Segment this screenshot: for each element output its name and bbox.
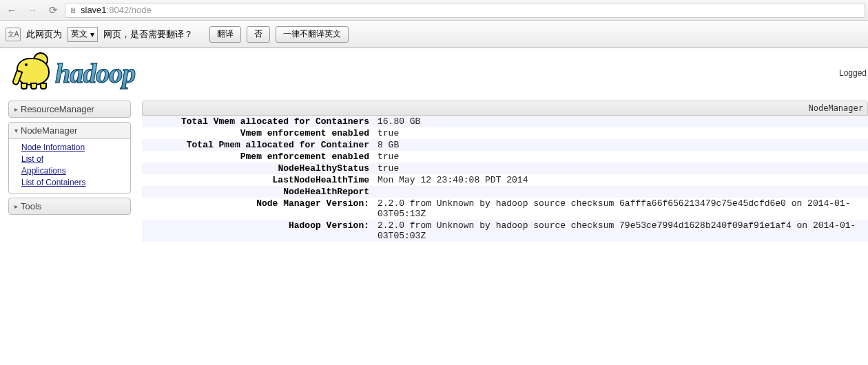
row-value: 2.2.0 from Unknown by hadoop source chec… bbox=[373, 220, 868, 242]
sidebar-label-resourcemanager: ResourceManager bbox=[21, 104, 94, 114]
reload-button[interactable]: ⟳ bbox=[44, 3, 62, 18]
translate-suffix: 网页，是否需要翻译？ bbox=[103, 28, 193, 41]
row-value: Mon May 12 23:40:08 PDT 2014 bbox=[373, 174, 868, 186]
language-selected: 英文 bbox=[71, 28, 87, 40]
row-value bbox=[373, 186, 868, 198]
chevron-down-icon: ▾ bbox=[14, 127, 18, 134]
language-select[interactable]: 英文 ▾ bbox=[68, 27, 98, 42]
sidebar-body-nodemanager: Node Information List of Applications Li… bbox=[9, 138, 130, 193]
sidebar-head-resourcemanager[interactable]: ▸ ResourceManager bbox=[9, 101, 130, 117]
row-value: 2.2.0 from Unknown by hadoop source chec… bbox=[373, 198, 868, 220]
row-label: Hadoop Version: bbox=[142, 220, 373, 242]
row-label: Total Vmem allocated for Containers bbox=[142, 116, 373, 127]
sidebar-group-nodemanager: ▾ NodeManager Node Information List of A… bbox=[8, 122, 131, 194]
elephant-icon bbox=[6, 51, 55, 92]
sidebar-group-resourcemanager[interactable]: ▸ ResourceManager bbox=[8, 101, 131, 118]
translate-button[interactable]: 翻译 bbox=[209, 26, 241, 43]
row-value: 8 GB bbox=[373, 139, 868, 151]
sidebar-label-nodemanager: NodeManager bbox=[21, 125, 77, 136]
sidebar-group-tools[interactable]: ▸ Tools bbox=[8, 198, 131, 215]
panel-title-bar: NodeManager bbox=[142, 101, 868, 116]
row-value: true bbox=[373, 151, 868, 163]
row-label: Vmem enforcement enabled bbox=[142, 127, 373, 139]
node-info-table: Total Vmem allocated for Containers16.80… bbox=[142, 116, 868, 242]
table-row: NodeHealthReport bbox=[142, 186, 868, 198]
table-row: Node Manager Version:2.2.0 from Unknown … bbox=[142, 198, 868, 220]
logo-text: hadoop bbox=[55, 57, 135, 90]
sidebar-head-tools[interactable]: ▸ Tools bbox=[9, 198, 130, 214]
sidebar-label-tools: Tools bbox=[21, 201, 41, 211]
row-value: 16.80 GB bbox=[373, 116, 868, 127]
forward-button[interactable]: → bbox=[23, 3, 41, 18]
table-row: Pmem enforcement enabledtrue bbox=[142, 151, 868, 163]
back-button[interactable]: ← bbox=[3, 3, 21, 18]
translate-prefix: 此网页为 bbox=[26, 28, 62, 41]
url-path: :8042/node bbox=[107, 5, 152, 15]
page-icon: 🗎 bbox=[68, 6, 78, 15]
row-label: Pmem enforcement enabled bbox=[142, 151, 373, 163]
row-label: NodeHealthReport bbox=[142, 186, 373, 198]
table-row: Vmem enforcement enabledtrue bbox=[142, 127, 868, 139]
url-host: slave1 bbox=[81, 5, 107, 15]
row-label: LastNodeHealthTime bbox=[142, 174, 373, 186]
chevron-right-icon: ▸ bbox=[14, 105, 18, 113]
logged-label: Logged bbox=[839, 65, 868, 78]
table-row: Hadoop Version:2.2.0 from Unknown by had… bbox=[142, 220, 868, 242]
link-node-information[interactable]: Node Information bbox=[21, 142, 130, 154]
dropdown-icon: ▾ bbox=[90, 30, 94, 39]
translate-icon: 文A bbox=[6, 28, 21, 41]
main-panel: NodeManager Total Vmem allocated for Con… bbox=[142, 101, 868, 242]
link-list-of-applications-line2[interactable]: Applications bbox=[21, 165, 130, 177]
panel-title: NodeManager bbox=[809, 103, 863, 113]
table-row: NodeHealthyStatustrue bbox=[142, 163, 868, 174]
translate-never-button[interactable]: 一律不翻译英文 bbox=[276, 26, 349, 43]
link-list-of-applications-line1[interactable]: List of bbox=[21, 154, 130, 165]
row-value: true bbox=[373, 163, 868, 174]
translate-bar: 文A 此网页为 英文 ▾ 网页，是否需要翻译？ 翻译 否 一律不翻译英文 bbox=[0, 21, 868, 48]
table-row: Total Vmem allocated for Containers16.80… bbox=[142, 116, 868, 127]
address-bar[interactable]: 🗎 slave1:8042/node bbox=[65, 3, 865, 18]
link-list-of-containers[interactable]: List of Containers bbox=[21, 177, 130, 189]
table-row: LastNodeHealthTimeMon May 12 23:40:08 PD… bbox=[142, 174, 868, 186]
row-label: Node Manager Version: bbox=[142, 198, 373, 220]
translate-no-button[interactable]: 否 bbox=[247, 26, 270, 43]
row-value: true bbox=[373, 127, 868, 139]
sidebar: ▸ ResourceManager ▾ NodeManager Node Inf… bbox=[8, 101, 131, 215]
hadoop-logo: hadoop bbox=[6, 51, 135, 92]
table-row: Total Pmem allocated for Container8 GB bbox=[142, 139, 868, 151]
browser-toolbar: ← → ⟳ 🗎 slave1:8042/node bbox=[0, 0, 868, 21]
row-label: NodeHealthyStatus bbox=[142, 163, 373, 174]
row-label: Total Pmem allocated for Container bbox=[142, 139, 373, 151]
chevron-right-icon: ▸ bbox=[14, 202, 18, 210]
sidebar-head-nodemanager[interactable]: ▾ NodeManager bbox=[9, 123, 130, 138]
